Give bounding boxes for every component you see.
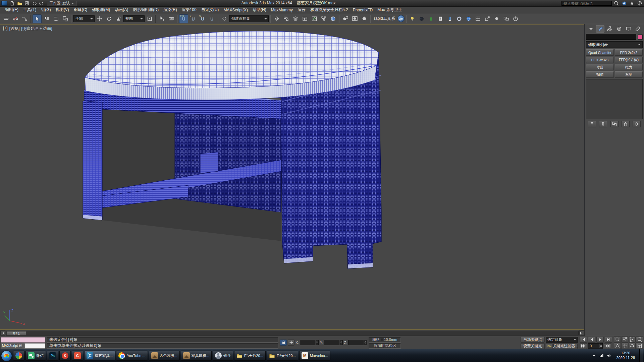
current-frame-field[interactable]: 0 bbox=[588, 343, 603, 349]
pin-stack-icon[interactable] bbox=[588, 121, 596, 127]
undo-icon[interactable] bbox=[31, 0, 38, 6]
taskbar-clock[interactable]: 13:20 2020-11-28 bbox=[614, 351, 637, 360]
modifier-lathe-button[interactable]: 车削 bbox=[615, 71, 643, 78]
listener-script-line[interactable] bbox=[24, 343, 45, 349]
modifier-push-button[interactable]: 推力 bbox=[615, 64, 643, 70]
go-to-start-icon[interactable] bbox=[580, 337, 587, 343]
modifier-list-dropdown[interactable]: 修改器列表 bbox=[586, 41, 643, 48]
taskbar-item-qq-chat[interactable]: 钱丹 bbox=[213, 351, 233, 361]
time-slider[interactable]: 0 / 1 bbox=[7, 331, 26, 335]
menu-views[interactable]: 视图(V) bbox=[53, 6, 71, 13]
selection-lock-icon[interactable] bbox=[280, 340, 287, 346]
viewport-canvas[interactable] bbox=[0, 24, 584, 329]
key-selection-combo[interactable]: 选定对象 bbox=[546, 337, 578, 343]
tab-utilities[interactable] bbox=[634, 25, 642, 33]
globe-tool-icon[interactable] bbox=[464, 14, 473, 23]
select-and-link-icon[interactable] bbox=[1, 14, 10, 23]
menu-modifiers[interactable]: 修改器(M) bbox=[90, 6, 112, 13]
taskbar-item-colorful-app[interactable] bbox=[13, 351, 24, 361]
field-of-view-icon[interactable] bbox=[614, 343, 621, 349]
phone-tool-icon[interactable] bbox=[445, 14, 454, 23]
zoom-icon[interactable] bbox=[614, 337, 621, 343]
key-mode-toggle-icon[interactable] bbox=[604, 343, 611, 349]
viewport-shading-menu[interactable]: [明暗处理 + 边面] bbox=[21, 26, 52, 32]
tab-display[interactable] bbox=[624, 25, 633, 33]
selection-region-icon[interactable] bbox=[51, 14, 60, 23]
listener-macro-line[interactable] bbox=[1, 337, 45, 343]
modifier-ffd3-button[interactable]: FFD 3x3x3 bbox=[586, 57, 614, 63]
menu-edit[interactable]: 编辑(E) bbox=[3, 6, 21, 13]
taskbar-item-image-window-2[interactable]: 家具建模... bbox=[181, 351, 212, 361]
taskbar-item-photoshop[interactable]: Ps bbox=[47, 351, 58, 361]
light-tool-icon[interactable] bbox=[408, 14, 417, 23]
menu-create[interactable]: 创建(C) bbox=[71, 6, 90, 13]
menu-slim-archive[interactable]: 极速瘦身安全归档5.2 bbox=[308, 6, 351, 13]
pan-view-icon[interactable] bbox=[621, 343, 628, 349]
menu-rendercloud[interactable]: 渲云 bbox=[295, 6, 308, 13]
named-selection-sets-combo[interactable]: 创建选择集 bbox=[229, 15, 269, 22]
start-button[interactable] bbox=[1, 350, 12, 361]
menu-customize[interactable]: 自定义(U) bbox=[199, 6, 221, 13]
curve-editor-icon[interactable] bbox=[310, 14, 319, 23]
menu-group[interactable]: 组(G) bbox=[39, 6, 53, 13]
ribbon-toggle-icon[interactable] bbox=[300, 14, 309, 23]
frame-spinner[interactable] bbox=[599, 344, 602, 348]
menu-rendering[interactable]: 渲染(R) bbox=[161, 6, 179, 13]
key-icon[interactable] bbox=[546, 343, 552, 349]
add-time-tag-button[interactable]: 添加时间标记 bbox=[369, 343, 401, 349]
layer-manager-icon[interactable] bbox=[291, 14, 300, 23]
workspace-selector[interactable]: 工作区: 默认 bbox=[47, 1, 76, 6]
monitors-tool-icon[interactable] bbox=[502, 14, 511, 23]
timeline-left-arrow[interactable] bbox=[0, 330, 5, 336]
save-file-icon[interactable] bbox=[23, 0, 30, 6]
unlink-selection-icon[interactable] bbox=[11, 14, 20, 23]
menu-antivirus[interactable]: Max 杀毒卫士 bbox=[375, 6, 405, 13]
select-and-manipulate-icon[interactable] bbox=[157, 14, 166, 23]
select-and-move-icon[interactable] bbox=[95, 14, 104, 23]
menu-maxscript[interactable]: MAXScript(X) bbox=[221, 7, 250, 13]
select-and-scale-icon[interactable] bbox=[114, 14, 123, 23]
make-unique-icon[interactable] bbox=[610, 121, 619, 127]
favorites-star-icon[interactable] bbox=[629, 1, 635, 6]
mirror-icon[interactable] bbox=[272, 14, 281, 23]
object-color-swatch[interactable] bbox=[638, 35, 643, 40]
tab-motion[interactable] bbox=[615, 25, 623, 33]
previous-frame-icon[interactable] bbox=[588, 337, 595, 343]
document-tool-icon[interactable] bbox=[436, 14, 445, 23]
sphere-tool-icon[interactable] bbox=[417, 14, 426, 23]
absolute-mode-icon[interactable] bbox=[288, 340, 294, 346]
x-spinner[interactable] bbox=[315, 340, 318, 345]
taskbar-item-c-app[interactable]: C bbox=[72, 351, 83, 361]
modifier-bend-button[interactable]: 弯曲 bbox=[586, 64, 614, 70]
spinner-snap-icon[interactable]: ↕ bbox=[207, 14, 216, 23]
stool-wireframe-model[interactable] bbox=[83, 31, 381, 268]
window-crossing-icon[interactable] bbox=[61, 14, 70, 23]
modifier-sweep-button[interactable]: 扫描 bbox=[586, 71, 614, 78]
help-tool-icon[interactable] bbox=[511, 14, 520, 23]
foliage-tool-icon[interactable] bbox=[427, 14, 436, 23]
reference-coordinate-combo[interactable]: 视图 bbox=[123, 15, 145, 22]
y-spinner[interactable] bbox=[339, 340, 342, 345]
key-filters-button[interactable]: 关键点过滤器... bbox=[553, 343, 578, 349]
window-grid-tool-icon[interactable] bbox=[474, 14, 483, 23]
auto-key-button[interactable]: 自动关键点 bbox=[521, 337, 545, 343]
y-coordinate-field[interactable] bbox=[324, 340, 343, 345]
new-scene-icon[interactable] bbox=[9, 0, 15, 6]
zoom-all-icon[interactable] bbox=[621, 337, 628, 343]
communication-center-icon[interactable] bbox=[621, 1, 627, 6]
remove-modifier-icon[interactable] bbox=[622, 121, 630, 127]
align-icon[interactable] bbox=[281, 14, 290, 23]
taskbar-item-chrome[interactable]: YouTube ... bbox=[116, 351, 148, 361]
timeline-right-arrow[interactable] bbox=[579, 330, 584, 336]
set-key-button[interactable]: 设置关键点 bbox=[521, 343, 545, 349]
percent-snap-icon[interactable]: % bbox=[198, 14, 207, 23]
tab-hierarchy[interactable] bbox=[605, 25, 614, 33]
object-name-field[interactable] bbox=[586, 34, 636, 40]
render-production-icon[interactable] bbox=[360, 14, 369, 23]
help-icon[interactable] bbox=[636, 1, 643, 6]
menu-help[interactable]: 帮助(H) bbox=[250, 6, 269, 13]
export-tool-icon[interactable] bbox=[483, 14, 492, 23]
menu-phoenixfd[interactable]: PhoenixFD bbox=[351, 7, 375, 13]
open-file-icon[interactable] bbox=[16, 0, 23, 6]
tray-network-icon[interactable] bbox=[599, 353, 604, 358]
